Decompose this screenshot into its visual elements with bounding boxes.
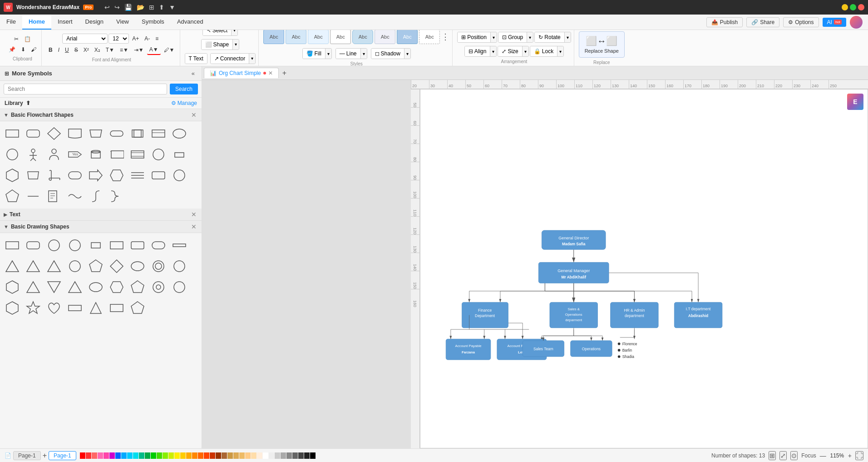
select-arrow[interactable]: ▾ <box>231 30 237 35</box>
ds-circle2[interactable] <box>65 236 84 255</box>
share-btn[interactable]: 🔗 Share <box>746 17 779 27</box>
zoom-in-btn[interactable]: + <box>848 452 852 459</box>
style-7[interactable]: Abc <box>397 30 418 44</box>
ds-rect5[interactable] <box>107 298 126 318</box>
text-tool-btn[interactable]: T Text <box>185 53 207 64</box>
panel-collapse-btn[interactable]: « <box>189 69 197 78</box>
ds-pentagon[interactable] <box>86 257 105 276</box>
style-4[interactable]: Abc <box>330 30 351 44</box>
shape-brace2[interactable] <box>107 187 126 206</box>
menu-advanced[interactable]: Advanced <box>171 15 210 30</box>
shape-lines[interactable] <box>128 166 147 185</box>
color-cyan[interactable] <box>127 452 133 459</box>
color-tan[interactable] <box>227 452 233 459</box>
shape-arrow[interactable]: ▾ <box>232 40 239 50</box>
shape-rect[interactable] <box>3 124 22 143</box>
strikethrough-btn[interactable]: S <box>72 45 80 55</box>
color-blue[interactable] <box>115 452 121 459</box>
color-green[interactable] <box>145 452 150 459</box>
color-red2[interactable] <box>86 452 91 459</box>
shadow-btn[interactable]: ◻ Shadow ▾ <box>371 48 411 59</box>
cut-btn[interactable]: ✂ <box>12 35 21 44</box>
ds-tri2[interactable] <box>24 257 43 276</box>
ds-tri4[interactable] <box>24 278 43 297</box>
menu-home[interactable]: Home <box>22 15 51 30</box>
style-6[interactable]: Abc <box>375 30 395 44</box>
more-tb-btn[interactable]: ▼ <box>167 3 177 12</box>
ds-circle3[interactable] <box>65 257 84 276</box>
color-dark-red[interactable] <box>210 452 215 459</box>
add-page-btn[interactable]: + <box>43 452 47 460</box>
color-brown2[interactable] <box>222 452 227 459</box>
ds-rounded2[interactable] <box>128 236 147 255</box>
subscript-btn[interactable]: X₂ <box>92 45 103 55</box>
lock-btn[interactable]: 🔒 Lock ▾ <box>530 46 564 57</box>
size-btn[interactable]: ⤢ Size ▾ <box>498 46 528 57</box>
shape-rect-3[interactable] <box>149 124 168 143</box>
color-brown[interactable] <box>216 452 221 459</box>
drawing-section-close[interactable]: ✕ <box>190 223 198 230</box>
ds-hex3[interactable] <box>107 278 126 297</box>
color-teal[interactable] <box>133 452 138 459</box>
menu-design[interactable]: Design <box>79 15 110 30</box>
shape-stadium[interactable] <box>107 124 126 143</box>
shape-main[interactable]: ⬜ Shape <box>202 40 233 50</box>
color-black[interactable] <box>310 452 316 459</box>
shape-pentagon[interactable] <box>3 187 22 206</box>
font-size-select[interactable]: 12 <box>108 34 129 44</box>
ds-rect3[interactable] <box>107 236 126 255</box>
publish-tb-btn[interactable]: ⬆ <box>157 3 166 12</box>
color-tan3[interactable] <box>239 452 245 459</box>
add-tab-btn[interactable]: + <box>280 68 289 78</box>
color-lightgray[interactable] <box>269 452 274 459</box>
color-orange-red[interactable] <box>204 452 209 459</box>
bold-btn[interactable]: B <box>46 45 55 55</box>
ds-circle5[interactable] <box>170 278 189 297</box>
options-btn[interactable]: ⚙ Options <box>783 17 819 27</box>
style-8[interactable]: Abc <box>419 30 440 44</box>
flowchart-section-header[interactable]: ▼ Basic Flowchart Shapes ✕ <box>0 109 202 121</box>
align-btn[interactable]: ⊟ Align ▾ <box>464 46 497 57</box>
color-darkgray[interactable] <box>286 452 292 459</box>
styles-more-btn[interactable]: ⋮ <box>441 32 449 42</box>
shape-brace[interactable] <box>86 187 105 206</box>
shape-diamond[interactable] <box>44 124 64 143</box>
text-color-btn[interactable]: A▼ <box>147 45 161 55</box>
shape-scroll[interactable] <box>44 166 64 185</box>
replace-shape-btn[interactable]: ⬜↔⬜ Replace Shape <box>579 31 625 58</box>
color-tan2[interactable] <box>233 452 239 459</box>
highlight-btn[interactable]: 🖊▼ <box>162 45 177 55</box>
menu-file[interactable]: File <box>0 15 22 30</box>
tab-org-chart[interactable]: 📊 Org Chart Simple ✕ <box>204 68 279 78</box>
shape-rnd-rect[interactable] <box>65 166 84 185</box>
connector-main[interactable]: ↗ Connector <box>211 54 249 64</box>
ds-hex2[interactable] <box>3 278 22 297</box>
shape-arrow-lr[interactable] <box>24 187 43 206</box>
shape-shield[interactable] <box>24 166 43 185</box>
open-btn[interactable]: 📂 <box>135 3 146 12</box>
shape-rect-side[interactable] <box>107 145 126 164</box>
style-1[interactable]: Abc <box>263 30 284 44</box>
font-size-decrease-btn[interactable]: A- <box>142 34 152 43</box>
publish-btn[interactable]: 📤 Publish <box>706 17 743 27</box>
connector-arrow[interactable]: ▾ <box>249 54 255 64</box>
color-pink[interactable] <box>98 452 103 459</box>
shape-person2[interactable] <box>44 145 64 164</box>
paste-btn[interactable]: 📌 <box>6 45 18 54</box>
menu-insert[interactable]: Insert <box>51 15 79 30</box>
ds-ellipse2[interactable] <box>86 278 105 297</box>
shape-trapezoid[interactable] <box>86 124 105 143</box>
color-gold[interactable] <box>180 452 186 459</box>
color-teal2[interactable] <box>139 452 144 459</box>
text-align-btn[interactable]: ≡ <box>153 34 161 43</box>
color-peach[interactable] <box>245 452 251 459</box>
more-text-btn[interactable]: T▼ <box>104 45 117 55</box>
ds-star[interactable] <box>24 298 43 318</box>
layer-btn[interactable]: ⊞ <box>769 451 776 460</box>
ds-rect-rounded[interactable] <box>24 236 43 255</box>
shape-circle3[interactable] <box>170 166 189 185</box>
shape-rounded2[interactable] <box>149 166 168 185</box>
ds-rect4[interactable] <box>65 298 84 318</box>
ds-triangle[interactable] <box>3 257 22 276</box>
fill-btn[interactable]: 🪣 Fill ▾ <box>302 48 332 59</box>
